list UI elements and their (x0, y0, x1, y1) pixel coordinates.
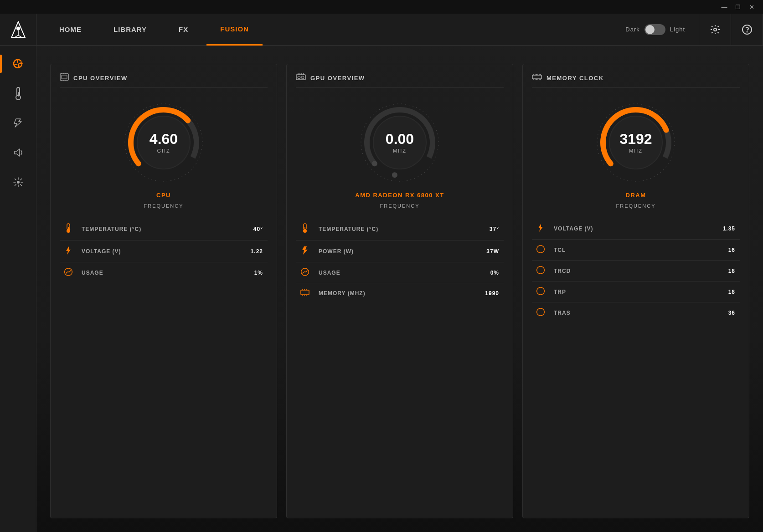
help-button[interactable] (731, 14, 763, 46)
table-row: USAGE 1% (60, 262, 268, 283)
mem-voltage-value: 1.35 (681, 218, 740, 240)
gpu-power-value: 37W (456, 240, 504, 262)
cpu-gauge-container: 4.60 GHZ CPU FREQUENCY (60, 97, 268, 209)
gpu-gauge-center: 0.00 MHZ (386, 132, 414, 153)
table-row: TEMPERATURE (°C) 40° (60, 218, 268, 240)
theme-switch[interactable] (644, 24, 665, 35)
voltage-icon-cell (60, 240, 77, 262)
gpu-usage-value: 0% (456, 262, 504, 283)
mem-gauge-center: 3192 MHZ (619, 132, 652, 153)
tcl-icon (536, 245, 545, 253)
gpu-sublabel: FREQUENCY (380, 203, 419, 209)
nav-fusion[interactable]: FUSION (206, 14, 263, 46)
sidebar-item-lighting[interactable] (5, 169, 32, 196)
cpu-value: 4.60 (150, 132, 178, 146)
power-icon (12, 117, 24, 129)
cpu-sublabel: FREQUENCY (144, 203, 183, 209)
settings-icon (710, 24, 721, 35)
nav-home[interactable]: HOME (46, 14, 95, 46)
content-area: CPU OVERVIEW (36, 46, 763, 532)
nav-fx[interactable]: FX (165, 14, 202, 46)
table-row: tRAS 36 (532, 302, 740, 323)
gpu-gauge: 0.00 MHZ (354, 97, 445, 188)
mem-voltage-icon-cell (532, 218, 549, 240)
minimize-button[interactable]: — (717, 0, 731, 14)
svg-point-43 (301, 76, 304, 79)
svg-point-42 (298, 76, 300, 79)
table-row: USAGE 0% (296, 262, 504, 283)
cpu-icon (60, 73, 69, 81)
mem-card-icon (532, 73, 542, 83)
temp-icon-cell (60, 218, 77, 240)
dark-label: Dark (625, 26, 639, 33)
gpu-stats-table: TEMPERATURE (°C) 37° POWER (W) 37W (296, 218, 504, 303)
mem-unit: MHZ (619, 148, 652, 153)
gpu-temperature-icon (301, 223, 309, 233)
maximize-button[interactable]: ☐ (731, 0, 745, 14)
sidebar-item-power[interactable] (5, 109, 32, 137)
sidebar-item-temperature[interactable] (5, 80, 32, 107)
alienware-logo-icon (10, 21, 27, 38)
tras-value: 36 (681, 302, 740, 323)
svg-rect-36 (68, 227, 69, 230)
svg-point-5 (714, 28, 717, 31)
gpu-value: 0.00 (386, 132, 414, 146)
temp-label: TEMPERATURE (°C) (77, 218, 222, 240)
svg-line-18 (20, 179, 21, 180)
svg-rect-10 (18, 92, 19, 97)
gpu-unit: MHZ (386, 148, 414, 153)
gpu-icon (296, 73, 306, 81)
gpu-usage-icon-cell (296, 262, 314, 283)
svg-point-1 (16, 26, 20, 30)
cpu-stats-table: TEMPERATURE (°C) 40° VOLTAGE (V) 1.22 (60, 218, 268, 283)
help-icon (742, 24, 753, 35)
table-row: TEMPERATURE (°C) 37° (296, 218, 504, 240)
lighting-icon (12, 176, 24, 188)
mem-voltage-label: VOLTAGE (V) (549, 218, 681, 240)
trcd-icon-cell (532, 261, 549, 281)
gpu-power-icon (301, 246, 309, 255)
svg-line-16 (15, 179, 16, 180)
svg-rect-50 (304, 227, 305, 230)
memory-card: MEMORY CLOCK (522, 64, 749, 518)
trcd-value: 18 (681, 261, 740, 281)
main-layout: CPU OVERVIEW (0, 46, 763, 532)
title-bar: — ☐ ✕ (0, 0, 763, 14)
sidebar-item-performance[interactable] (5, 50, 32, 77)
table-row: tRP 18 (532, 281, 740, 302)
cards-row: CPU OVERVIEW (50, 64, 749, 518)
table-row: tRCD 18 (532, 261, 740, 281)
usage-icon-cell (60, 262, 77, 283)
voltage-icon (65, 246, 72, 255)
mem-stats-table: VOLTAGE (V) 1.35 tCL 16 (532, 218, 740, 323)
table-row: VOLTAGE (V) 1.22 (60, 240, 268, 262)
sidebar (0, 46, 36, 532)
cpu-gauge-center: 4.60 GHZ (150, 132, 178, 153)
tras-icon (536, 308, 545, 316)
table-row: MEMORY (MHz) 1990 (296, 283, 504, 303)
table-row: POWER (W) 37W (296, 240, 504, 262)
trcd-icon (536, 266, 545, 274)
gpu-temp-label: TEMPERATURE (°C) (314, 218, 456, 240)
mem-card-title: MEMORY CLOCK (546, 75, 604, 82)
gpu-usage-icon (301, 268, 309, 276)
cpu-card-icon (60, 73, 69, 83)
settings-button[interactable] (699, 14, 731, 46)
tras-icon-cell (532, 302, 549, 323)
speaker-icon (12, 147, 24, 159)
trp-label: tRP (549, 281, 681, 302)
cpu-card: CPU OVERVIEW (50, 64, 277, 518)
close-button[interactable]: ✕ (745, 0, 758, 14)
tras-label: tRAS (549, 302, 681, 323)
gpu-power-label: POWER (W) (314, 240, 456, 262)
gpu-card: GPU OVERVIEW (286, 64, 513, 518)
usage-label: USAGE (77, 262, 222, 283)
sidebar-item-audio[interactable] (5, 139, 32, 166)
nav-library[interactable]: LIBRARY (100, 14, 160, 46)
logo (0, 14, 36, 46)
memory-header-icon (532, 73, 542, 81)
temperature-icon (65, 223, 72, 233)
nav-right: Dark Light (612, 14, 763, 46)
svg-line-17 (20, 184, 21, 186)
usage-value: 1% (222, 262, 268, 283)
